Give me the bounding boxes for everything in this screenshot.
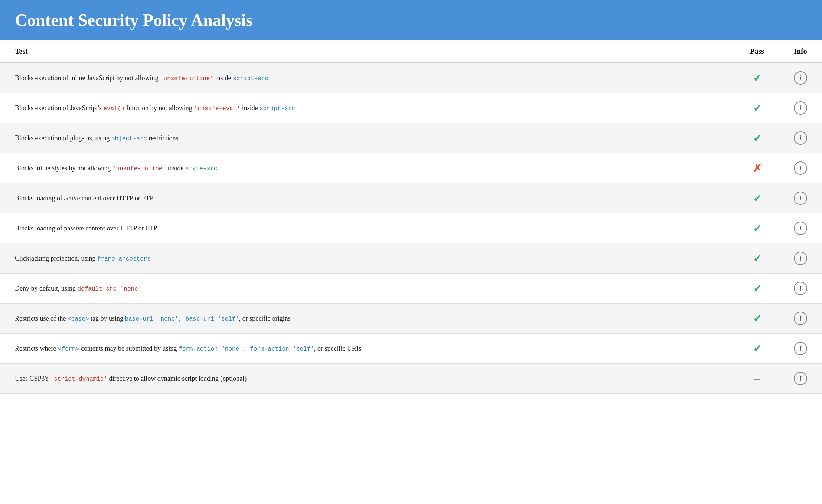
- pass-check-icon: ✓: [753, 253, 761, 264]
- code-teal: frame-ancestors: [97, 256, 151, 262]
- test-text: Deny by default, using default-src 'none…: [15, 285, 141, 292]
- test-text: Uses CSP3's 'strict-dynamic' directive t…: [15, 375, 247, 382]
- test-text: Blocks execution of plug-ins, using obje…: [15, 134, 178, 142]
- pass-cell: ✓: [735, 183, 779, 213]
- test-cell: Blocks execution of plug-ins, using obje…: [0, 123, 735, 153]
- info-cell: i: [779, 93, 822, 123]
- code-teal: <form>: [58, 346, 79, 353]
- pass-check-icon: ✓: [753, 102, 761, 114]
- info-cell: i: [779, 334, 822, 364]
- table-container: Test Pass Info Blocks execution of inlin…: [0, 40, 822, 394]
- test-cell: Blocks loading of active content over HT…: [0, 183, 735, 213]
- test-text: Clickjacking protection, using frame-anc…: [15, 255, 151, 262]
- table-row: Blocks inline styles by not allowing 'un…: [0, 153, 822, 183]
- test-text: Restricts where <form> contents may be s…: [15, 345, 361, 352]
- code-red: 'strict-dynamic': [50, 376, 107, 383]
- pass-cell: ✗: [735, 153, 779, 183]
- table-row: Blocks execution of plug-ins, using obje…: [0, 123, 822, 153]
- code-teal: script-src: [233, 75, 268, 82]
- pass-cell: ✓: [735, 213, 779, 243]
- code-teal: script-src: [260, 105, 295, 112]
- page-wrapper: Content Security Policy Analysis Test Pa…: [0, 0, 822, 394]
- code-red: eval(): [103, 105, 125, 112]
- pass-cell: ✓: [735, 123, 779, 153]
- info-icon[interactable]: i: [794, 222, 807, 235]
- info-cell: i: [779, 243, 822, 274]
- info-cell: i: [779, 213, 822, 243]
- info-icon[interactable]: i: [794, 342, 807, 355]
- pass-check-icon: ✓: [753, 343, 761, 354]
- info-icon[interactable]: i: [794, 312, 807, 325]
- table-row: Clickjacking protection, using frame-anc…: [0, 243, 822, 274]
- code-red: 'unsafe-eval': [194, 105, 240, 112]
- test-text: Blocks execution of inline JavaScript by…: [15, 74, 268, 82]
- table-row: Restricts use of the <base> tag by using…: [0, 304, 822, 334]
- pass-check-icon: ✓: [753, 132, 761, 144]
- info-cell: i: [779, 63, 822, 93]
- info-cell: i: [779, 274, 822, 304]
- code-teal: <base>: [68, 316, 89, 323]
- table-header-row: Test Pass Info: [0, 40, 822, 63]
- test-cell: Deny by default, using default-src 'none…: [0, 274, 735, 304]
- pass-check-icon: ✓: [753, 223, 761, 234]
- table-row: Blocks loading of passive content over H…: [0, 213, 822, 243]
- info-icon[interactable]: i: [794, 161, 807, 175]
- test-text: Blocks loading of active content over HT…: [15, 194, 153, 202]
- pass-cross-icon: ✗: [753, 163, 761, 174]
- test-cell: Restricts use of the <base> tag by using…: [0, 304, 735, 334]
- test-cell: Clickjacking protection, using frame-anc…: [0, 243, 735, 274]
- pass-cell: ✓: [735, 63, 779, 93]
- pass-cell: ✓: [735, 334, 779, 364]
- pass-check-icon: ✓: [753, 313, 761, 324]
- test-cell: Blocks loading of passive content over H…: [0, 213, 735, 243]
- pass-dash-icon: –: [754, 373, 760, 384]
- info-icon[interactable]: i: [794, 372, 807, 385]
- code-teal: object-src: [111, 135, 147, 142]
- test-cell: Blocks execution of inline JavaScript by…: [0, 63, 735, 93]
- col-header-pass: Pass: [735, 40, 779, 63]
- code-teal: base-uri 'none', base-uri 'self': [125, 316, 239, 323]
- code-red: 'unsafe-inline': [112, 166, 166, 172]
- info-cell: i: [779, 183, 822, 213]
- table-row: Blocks execution of JavaScript's eval() …: [0, 93, 822, 123]
- test-cell: Restricts where <form> contents may be s…: [0, 334, 735, 364]
- pass-check-icon: ✓: [753, 193, 761, 204]
- table-row: Blocks execution of inline JavaScript by…: [0, 63, 822, 93]
- pass-check-icon: ✓: [753, 283, 761, 294]
- results-table: Test Pass Info Blocks execution of inlin…: [0, 40, 822, 394]
- info-icon[interactable]: i: [794, 131, 807, 145]
- info-cell: i: [779, 123, 822, 153]
- test-cell: Blocks inline styles by not allowing 'un…: [0, 153, 735, 183]
- code-teal: style-src: [185, 166, 217, 172]
- table-row: Deny by default, using default-src 'none…: [0, 274, 822, 304]
- info-icon[interactable]: i: [794, 192, 807, 205]
- col-header-info: Info: [779, 40, 822, 63]
- test-text: Blocks inline styles by not allowing 'un…: [15, 164, 217, 172]
- info-cell: i: [779, 364, 822, 394]
- test-cell: Blocks execution of JavaScript's eval() …: [0, 93, 735, 123]
- pass-cell: ✓: [735, 274, 779, 304]
- col-header-test: Test: [0, 40, 735, 63]
- info-icon[interactable]: i: [794, 282, 807, 295]
- info-icon[interactable]: i: [794, 101, 807, 115]
- table-row: Blocks loading of active content over HT…: [0, 183, 822, 213]
- pass-cell: ✓: [735, 93, 779, 123]
- code-red: default-src 'none': [77, 286, 141, 292]
- table-row: Uses CSP3's 'strict-dynamic' directive t…: [0, 364, 822, 394]
- pass-cell: ✓: [735, 304, 779, 334]
- code-red: 'unsafe-inline': [160, 75, 213, 82]
- code-teal: form-action 'none', form-action 'self': [179, 346, 314, 353]
- test-text: Blocks loading of passive content over H…: [15, 225, 157, 232]
- test-text: Blocks execution of JavaScript's eval() …: [15, 104, 295, 112]
- page-header: Content Security Policy Analysis: [0, 0, 822, 40]
- pass-cell: –: [735, 364, 779, 394]
- pass-cell: ✓: [735, 243, 779, 274]
- info-cell: i: [779, 153, 822, 183]
- info-icon[interactable]: i: [794, 252, 807, 265]
- info-icon[interactable]: i: [794, 71, 807, 85]
- info-cell: i: [779, 304, 822, 334]
- page-title: Content Security Policy Analysis: [15, 10, 807, 30]
- pass-check-icon: ✓: [753, 72, 761, 84]
- table-row: Restricts where <form> contents may be s…: [0, 334, 822, 364]
- test-text: Restricts use of the <base> tag by using…: [15, 315, 291, 322]
